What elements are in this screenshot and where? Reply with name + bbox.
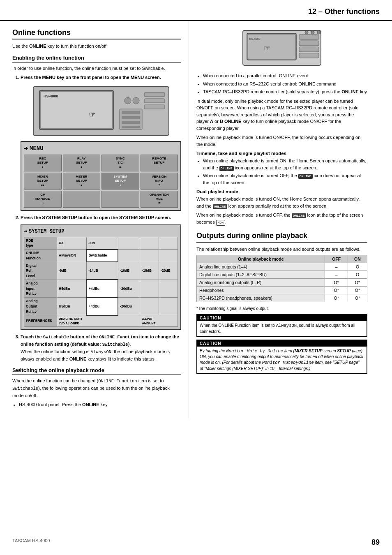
output-table: Online playback mode OFF ON Analog line …: [196, 255, 367, 302]
svg-rect-21: [299, 53, 319, 58]
menu-screen-mockup: ➜ MENU RECSETUP■ PLAYSETUP■ SYNCT/C☰ REM…: [21, 141, 181, 211]
left-column: Online functions Use the ONLINE key to t…: [0, 21, 189, 418]
timeline-bullets: When online playback mode is turned ON, …: [196, 157, 367, 186]
caution-box-2: CAUTION By turning the Monitor Mute by O…: [196, 340, 367, 374]
table-row: Digital line outputs (1–2, AES/EBU) – O: [197, 271, 367, 279]
setup-table: RDBtype U3 J0N ONLINEFunction AlwaysON S…: [24, 237, 178, 327]
dual-para1: When online playback mode is turned ON, …: [196, 196, 367, 209]
svg-rect-18: [299, 35, 319, 39]
dual-para2: When online playback mode is turned OFF,…: [196, 212, 367, 226]
svg-rect-20: [299, 47, 319, 52]
svg-rect-6: [144, 92, 165, 97]
step-3: Touch the Switchable button of the ONLIN…: [21, 333, 181, 362]
section-title-outputs: Outputs during online playback: [196, 231, 367, 243]
system-setup-screen: ➜ SYSTEM SETUP RDBtype U3 J0N: [21, 224, 181, 331]
right-column: ☞ HS-4000 When connected to a parallel c…: [189, 21, 380, 418]
table-row: Analog line outputs (1–4) – O: [197, 263, 367, 271]
dual-mode-para: In dual mode, only online playback mode …: [196, 98, 367, 132]
device-image-area: ☞ HS-4000: [196, 28, 367, 68]
table-row: Analog monitoring outputs (L, R) O* O*: [197, 279, 367, 287]
svg-point-22: [305, 31, 308, 34]
svg-rect-8: [144, 105, 165, 109]
svg-text:☞: ☞: [263, 44, 271, 53]
chapter-header: 12 – Other functions: [0, 0, 392, 21]
outputs-intro: The relationship between online playback…: [196, 246, 367, 253]
mode-para: When online playback mode is turned ON/O…: [196, 134, 367, 148]
svg-point-24: [317, 31, 321, 34]
page-footer: TASCAM HS-4000 89: [0, 538, 392, 547]
table-row: Headphones O* O*: [197, 287, 367, 294]
menu-grid: RECSETUP■ PLAYSETUP■ SYNCT/C☰ REMOTESETU…: [24, 155, 178, 208]
subsection-switching: Switching the online playback mode: [12, 367, 181, 375]
svg-rect-19: [299, 41, 319, 46]
caution-header-2: CAUTION: [197, 340, 367, 347]
hs4000-device-svg: HS-4000 ☞: [31, 84, 171, 138]
switch-bullets: HS-4000 front panel: Press the ONLINE ke…: [12, 401, 181, 408]
chapter-title: 12 – Other functions: [308, 7, 380, 16]
svg-text:☞: ☞: [89, 111, 95, 119]
device-mockup: HS-4000 ☞: [21, 84, 181, 138]
svg-rect-11: [122, 111, 140, 114]
steps-list: Press the MENU key on the front panel to…: [12, 74, 181, 362]
page-number: 89: [371, 538, 380, 547]
subsection-enabling: Enabling the online function: [12, 55, 181, 62]
caution-body-1: When the ONLINE Function item is set to …: [197, 321, 367, 336]
subheading-timeline: Timeline, take and single playlist modes: [196, 151, 367, 156]
enabling-intro: In order to use online function, the onl…: [12, 65, 181, 72]
online-intro: Use the ONLINE key to turn this function…: [12, 43, 181, 50]
device-top-svg: ☞ HS-4000: [241, 28, 323, 67]
caution-body-2: By turning the Monitor Mute by Online it…: [197, 347, 367, 373]
svg-rect-13: [122, 121, 140, 124]
svg-point-4: [125, 97, 131, 104]
svg-rect-7: [144, 99, 165, 103]
table-footnote: *The monitoring signal is always output.: [196, 305, 367, 312]
table-row: RC–HS32PD (headphones, speakers) O* O*: [197, 294, 367, 302]
step-2: Press the SYSTEM SETUP button to open th…: [21, 214, 181, 330]
section-title-online: Online functions: [12, 28, 181, 39]
svg-point-23: [311, 31, 314, 34]
caution-box-1: CAUTION When the ONLINE Function item is…: [196, 314, 367, 337]
subheading-dual: Dual playlist mode: [196, 189, 367, 194]
svg-rect-12: [122, 116, 140, 119]
caution-header-1: CAUTION: [197, 315, 367, 321]
svg-text:HS-4000: HS-4000: [249, 37, 261, 40]
step-1: Press the MENU key on the front panel to…: [21, 74, 181, 211]
product-name: TASCAM HS-4000: [12, 538, 50, 547]
right-bullets: When connected to a parallel control: ON…: [196, 72, 367, 95]
switching-intro: When the online function can be changed …: [12, 377, 181, 399]
svg-point-5: [133, 97, 139, 104]
svg-rect-14: [122, 126, 140, 128]
svg-text:HS-4000: HS-4000: [44, 94, 58, 98]
